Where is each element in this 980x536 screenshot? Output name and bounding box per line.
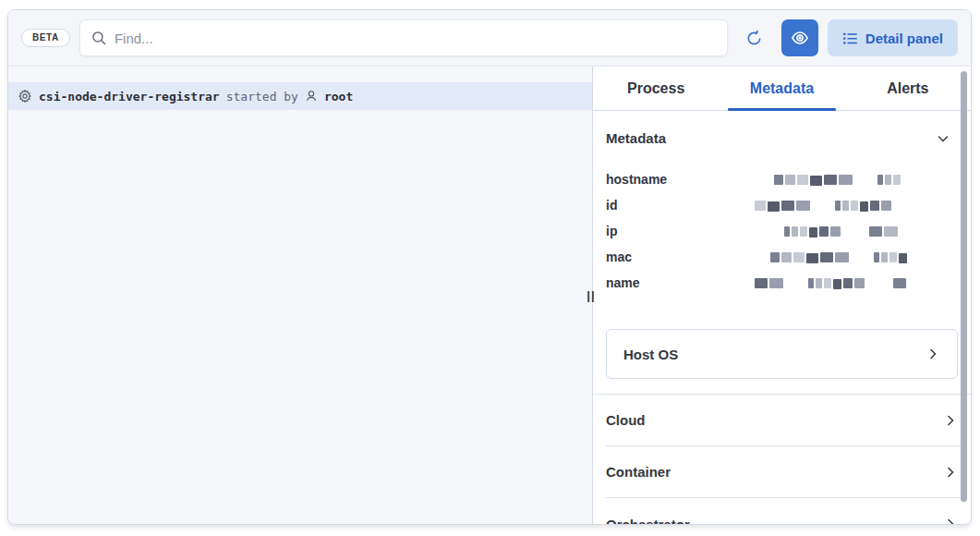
host-os-label: Host OS [623, 347, 678, 362]
panel-resize-handle[interactable]: || [587, 286, 596, 306]
detail-panel-button[interactable]: Detail panel [828, 19, 958, 56]
beta-badge: BETA [21, 29, 70, 47]
list-icon [842, 30, 858, 46]
main-area: csi-node-driver-registrar started by roo… [8, 66, 971, 524]
tab-metadata[interactable]: Metadata [719, 67, 844, 110]
host-os-card[interactable]: Host OS [606, 329, 958, 379]
detail-panel: Process Metadata Alerts Metadata hostnam… [592, 67, 971, 524]
field-row-name: name [606, 270, 958, 296]
redacted-value [755, 200, 904, 212]
accordion-label: Container [606, 464, 671, 480]
refresh-button[interactable] [741, 24, 768, 52]
redacted-value [770, 251, 907, 263]
metadata-tab-content: Metadata hostname id [593, 111, 971, 525]
search-icon [91, 30, 107, 46]
chevron-right-icon [926, 347, 940, 361]
field-label: ip [606, 224, 755, 238]
toolbar: BETA [8, 10, 971, 66]
field-row-ip: ip [606, 218, 958, 244]
field-label: hostname [606, 172, 755, 187]
chevron-down-icon [936, 131, 950, 146]
accordion-cloud[interactable]: Cloud [606, 395, 962, 446]
field-label: id [606, 198, 755, 213]
search-input[interactable] [115, 30, 716, 46]
tab-alerts[interactable]: Alerts [845, 67, 971, 110]
redacted-value [761, 225, 898, 238]
accordion-label: Cloud [606, 412, 646, 428]
user-icon [305, 90, 318, 103]
toggle-details-button[interactable] [781, 19, 818, 56]
metadata-fields: hostname id ip mac [606, 166, 958, 296]
field-label: mac [606, 250, 755, 264]
accordion-label: Orchestrator [606, 517, 690, 526]
redacted-value [755, 174, 901, 186]
user-name: root [324, 90, 353, 104]
started-by-text: started by [226, 90, 298, 104]
metadata-accordion-header[interactable]: Metadata [606, 111, 958, 155]
accordion-orchestrator[interactable]: Orchestrator [606, 498, 962, 525]
accordion-container[interactable]: Container [606, 446, 962, 498]
tab-process[interactable]: Process [593, 67, 719, 110]
search-box[interactable] [79, 19, 728, 56]
process-tree-panel: csi-node-driver-registrar started by roo… [8, 67, 592, 524]
metadata-section-title: Metadata [606, 130, 666, 146]
process-tree-row[interactable]: csi-node-driver-registrar started by roo… [8, 82, 592, 110]
refresh-icon [745, 30, 763, 47]
chevron-right-icon [943, 413, 958, 428]
detail-panel-button-label: Detail panel [865, 30, 943, 46]
field-row-hostname: hostname [606, 166, 958, 192]
vertical-scrollbar[interactable] [961, 71, 967, 502]
process-name: csi-node-driver-registrar [39, 90, 220, 104]
redacted-value [755, 277, 906, 289]
chevron-right-icon [943, 465, 958, 480]
field-row-mac: mac [606, 244, 958, 270]
session-view-window: BETA [7, 9, 972, 525]
chevron-right-icon [943, 517, 958, 525]
gear-icon [18, 89, 32, 104]
eye-icon [791, 29, 809, 47]
field-label: name [606, 275, 755, 290]
detail-tabbar: Process Metadata Alerts [593, 67, 971, 111]
field-row-id: id [606, 192, 958, 218]
